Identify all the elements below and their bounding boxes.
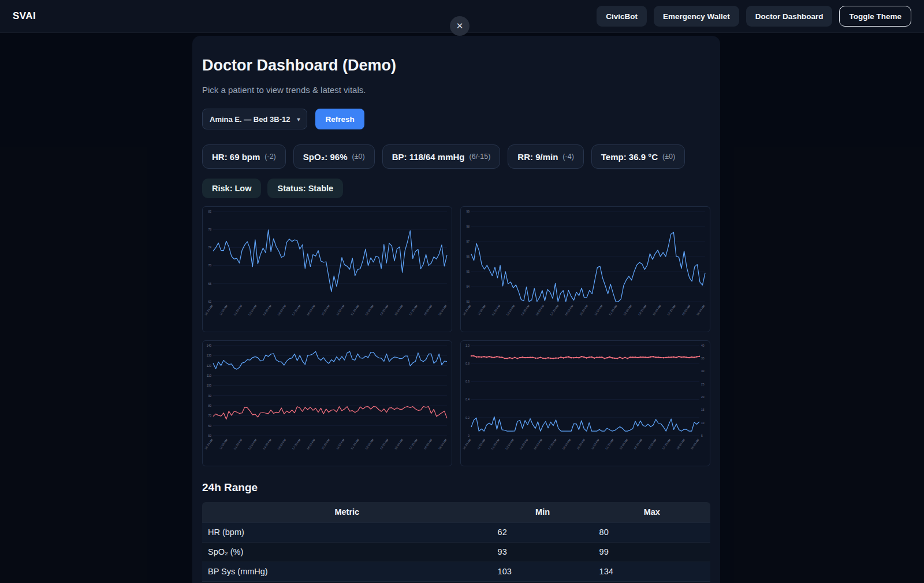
metric-cell: SpO₂ (%) bbox=[202, 542, 492, 562]
controls-row: Amina E. — Bed 3B-12 ▾ Refresh bbox=[202, 109, 710, 129]
svg-text:05:56 AM: 05:56 AM bbox=[647, 438, 657, 450]
svg-text:11:56 AM: 11:56 AM bbox=[476, 304, 486, 315]
svg-text:09:56 AM: 09:56 AM bbox=[690, 438, 700, 450]
col-header-min: Min bbox=[492, 502, 594, 522]
svg-text:80: 80 bbox=[208, 404, 211, 407]
metric-cell: HR (bpm) bbox=[202, 522, 492, 542]
svg-text:05:56 AM: 05:56 AM bbox=[394, 304, 404, 316]
patient-select-value: Amina E. — Bed 3B-12 bbox=[210, 115, 290, 124]
svg-text:99: 99 bbox=[466, 210, 470, 213]
svg-text:09:56 AM: 09:56 AM bbox=[438, 438, 448, 450]
svg-text:10:26 PM: 10:26 PM bbox=[321, 304, 330, 316]
svg-text:11:56 PM: 11:56 PM bbox=[590, 438, 600, 450]
svg-text:11:56 PM: 11:56 PM bbox=[336, 438, 345, 450]
svg-text:01:26 AM: 01:26 AM bbox=[350, 304, 360, 316]
svg-text:94: 94 bbox=[466, 285, 470, 288]
svg-text:98: 98 bbox=[466, 225, 470, 228]
svg-text:05:56 PM: 05:56 PM bbox=[277, 438, 286, 450]
nav-emergency-wallet-button[interactable]: Emergency Wallet bbox=[654, 6, 739, 27]
vital-delta: (±0) bbox=[662, 153, 675, 161]
svg-text:0: 0 bbox=[468, 434, 470, 437]
status-badge: Status: Stable bbox=[267, 179, 343, 198]
svg-text:10:26 PM: 10:26 PM bbox=[321, 438, 330, 450]
svg-text:1.0: 1.0 bbox=[465, 344, 470, 347]
patient-select[interactable]: Amina E. — Bed 3B-12 ▾ bbox=[202, 109, 307, 129]
svg-text:07:26 AM: 07:26 AM bbox=[661, 438, 671, 450]
svg-text:08:56 AM: 08:56 AM bbox=[681, 304, 691, 316]
svg-text:04:26 AM: 04:26 AM bbox=[633, 438, 643, 450]
refresh-button[interactable]: Refresh bbox=[315, 109, 364, 129]
range-table-wrap: Metric Min Max HR (bpm) 62 80 SpO₂ (%) 9… bbox=[202, 502, 710, 583]
svg-text:01:26 PM: 01:26 PM bbox=[233, 438, 243, 450]
svg-text:15: 15 bbox=[701, 408, 705, 411]
vital-delta: (-4) bbox=[562, 153, 573, 161]
col-header-max: Max bbox=[594, 502, 710, 522]
svg-text:5: 5 bbox=[701, 434, 703, 437]
svg-text:10: 10 bbox=[701, 421, 705, 425]
svg-text:35: 35 bbox=[701, 357, 705, 360]
chart-panel-hr: 82787470666210:26 AM11:56 AM01:26 PM02:5… bbox=[202, 206, 452, 332]
svg-text:04:26 PM: 04:26 PM bbox=[262, 304, 272, 316]
svg-text:01:26 AM: 01:26 AM bbox=[350, 438, 360, 450]
svg-text:07:26 PM: 07:26 PM bbox=[547, 438, 557, 450]
vital-chip-spo2: SpO₂: 96% (±0) bbox=[293, 144, 375, 169]
navbar-buttons: CivicBot Emergency Wallet Doctor Dashboa… bbox=[597, 6, 911, 27]
metric-cell: BP Sys (mmHg) bbox=[202, 562, 492, 581]
svg-text:11:56 PM: 11:56 PM bbox=[336, 304, 345, 316]
svg-text:10:26 PM: 10:26 PM bbox=[576, 438, 586, 450]
svg-text:02:56 PM: 02:56 PM bbox=[248, 438, 258, 450]
status-row: Risk: Low Status: Stable bbox=[202, 179, 710, 198]
svg-text:05:56 AM: 05:56 AM bbox=[652, 304, 662, 316]
svg-text:07:26 AM: 07:26 AM bbox=[408, 438, 418, 450]
chevron-down-icon: ▾ bbox=[297, 116, 300, 122]
svg-text:40: 40 bbox=[701, 344, 705, 347]
svg-text:140: 140 bbox=[207, 344, 212, 347]
svg-text:93: 93 bbox=[466, 300, 470, 303]
svg-text:10:26 AM: 10:26 AM bbox=[462, 304, 472, 316]
vital-chip-bp: BP: 118/64 mmHg (6/-15) bbox=[382, 144, 501, 169]
svg-text:08:56 AM: 08:56 AM bbox=[676, 438, 685, 450]
chart-panel-temp-rr: 1.00.80.60.40.2040353025201510510:26 AM1… bbox=[460, 340, 710, 466]
svg-text:130: 130 bbox=[207, 354, 212, 357]
svg-text:07:26 AM: 07:26 AM bbox=[666, 304, 676, 316]
svg-text:0.6: 0.6 bbox=[465, 380, 470, 383]
charts-grid: 82787470666210:26 AM11:56 AM01:26 PM02:5… bbox=[202, 206, 710, 466]
vital-label: RR: 9/min bbox=[517, 152, 558, 162]
svg-text:04:26 AM: 04:26 AM bbox=[638, 304, 647, 316]
svg-text:74: 74 bbox=[208, 246, 211, 249]
table-row-bp-sys: BP Sys (mmHg) 103 134 bbox=[202, 562, 710, 581]
svg-text:11:56 AM: 11:56 AM bbox=[218, 438, 228, 450]
svg-text:90: 90 bbox=[208, 394, 211, 398]
svg-text:95: 95 bbox=[466, 270, 470, 273]
svg-text:05:56 PM: 05:56 PM bbox=[535, 304, 545, 316]
vital-label: BP: 118/64 mmHg bbox=[392, 152, 465, 162]
vital-chip-hr: HR: 69 bpm (-2) bbox=[202, 144, 286, 169]
close-icon[interactable]: ✕ bbox=[450, 16, 470, 36]
svg-text:07:26 PM: 07:26 PM bbox=[292, 438, 301, 450]
svg-text:30: 30 bbox=[701, 369, 705, 373]
svg-text:70: 70 bbox=[208, 263, 211, 267]
vital-chip-rr: RR: 9/min (-4) bbox=[508, 144, 583, 169]
doctor-dashboard-modal: Doctor Dashboard (Demo) Pick a patient t… bbox=[192, 36, 720, 583]
min-cell: 103 bbox=[492, 562, 594, 581]
min-cell: 62 bbox=[492, 522, 594, 542]
toggle-theme-button[interactable]: Toggle Theme bbox=[839, 6, 911, 27]
svg-text:0.8: 0.8 bbox=[465, 362, 470, 365]
svg-text:01:26 AM: 01:26 AM bbox=[605, 438, 614, 450]
svg-text:02:56 AM: 02:56 AM bbox=[364, 438, 374, 450]
svg-text:04:26 PM: 04:26 PM bbox=[262, 438, 272, 450]
max-cell: 99 bbox=[594, 542, 710, 562]
vital-delta: (-2) bbox=[264, 153, 275, 161]
svg-text:09:56 AM: 09:56 AM bbox=[438, 304, 448, 316]
table-row-hr: HR (bpm) 62 80 bbox=[202, 522, 710, 542]
svg-text:10:26 AM: 10:26 AM bbox=[462, 438, 472, 450]
svg-text:20: 20 bbox=[701, 395, 705, 399]
nav-doctor-dashboard-button[interactable]: Doctor Dashboard bbox=[746, 6, 833, 27]
min-cell: 93 bbox=[492, 542, 594, 562]
nav-civicbot-button[interactable]: CivicBot bbox=[597, 6, 647, 27]
range-table: Metric Min Max HR (bpm) 62 80 SpO₂ (%) 9… bbox=[202, 502, 710, 583]
svg-text:01:26 AM: 01:26 AM bbox=[608, 304, 618, 316]
vitals-row: HR: 69 bpm (-2) SpO₂: 96% (±0) BP: 118/6… bbox=[202, 144, 710, 169]
svg-text:08:56 PM: 08:56 PM bbox=[306, 438, 316, 450]
svg-text:11:56 PM: 11:56 PM bbox=[594, 304, 603, 316]
